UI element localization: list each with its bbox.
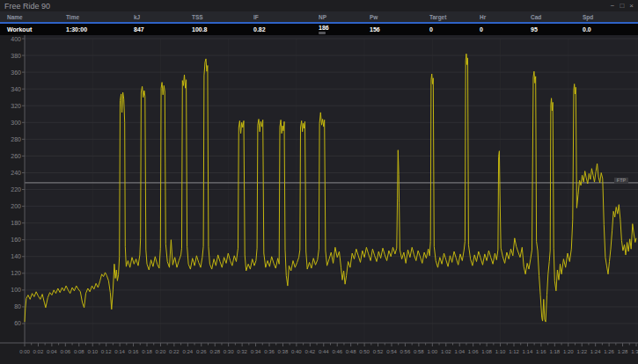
col-header-kj: kJ xyxy=(127,14,185,20)
col-header-cad: Cad xyxy=(524,14,576,20)
y-axis-label: 340 xyxy=(11,86,21,92)
x-axis-label: 0:50 xyxy=(359,349,370,354)
x-axis-label: 0:20 xyxy=(156,349,166,354)
close-icon[interactable]: × xyxy=(629,3,634,10)
x-axis-label: 0:40 xyxy=(291,349,302,354)
x-axis-label: 1:30 xyxy=(631,349,638,354)
x-axis-label: 1:18 xyxy=(549,349,560,354)
top-bars: Free Ride 90 − □ × Name Time kJ TSS IF N… xyxy=(0,0,638,35)
x-axis-label: 1:16 xyxy=(536,349,546,354)
y-axis-label: 100 xyxy=(11,287,21,293)
window-title: Free Ride 90 xyxy=(4,2,50,11)
y-axis-label: 260 xyxy=(11,153,21,159)
x-axis-label: 1:24 xyxy=(590,349,601,354)
col-header-spd: Spd xyxy=(576,14,638,20)
workout-hr: 0 xyxy=(473,26,524,33)
x-axis-label: 0:30 xyxy=(224,349,234,354)
workout-np-value: 186 xyxy=(319,25,363,31)
x-axis-label: 0:46 xyxy=(332,349,342,354)
x-axis-label: 1:00 xyxy=(427,349,437,354)
y-axis-label: 400 xyxy=(11,36,21,42)
x-axis-label: 0:26 xyxy=(196,349,207,354)
x-axis-label: 1:08 xyxy=(481,349,492,354)
y-axis-label: 280 xyxy=(11,136,21,142)
workout-if: 0.82 xyxy=(246,26,312,33)
x-axis-label: 0:02 xyxy=(33,349,44,354)
power-chart[interactable]: 4003803603403203002802602402202001801601… xyxy=(0,0,638,364)
y-axis-label: 320 xyxy=(11,103,21,109)
x-axis-label: 0:28 xyxy=(209,349,220,354)
x-axis-label: 0:38 xyxy=(278,349,289,354)
x-axis-label: 1:06 xyxy=(468,349,479,354)
x-axis-label: 0:16 xyxy=(128,349,139,354)
y-axis-label: 80 xyxy=(14,303,21,309)
y-axis-label: 60 xyxy=(14,320,21,326)
x-axis-label: 0:06 xyxy=(60,349,70,354)
y-axis-label: 300 xyxy=(11,120,21,126)
x-axis-label: 0:44 xyxy=(319,349,329,354)
col-header-hr: Hr xyxy=(473,14,524,20)
x-axis-label: 0:22 xyxy=(169,349,180,354)
col-header-pw: Pw xyxy=(363,14,422,20)
x-axis-label: 0:18 xyxy=(142,349,152,354)
workout-name: Workout xyxy=(0,26,59,33)
x-axis-label: 0:34 xyxy=(251,349,261,354)
x-axis-label: 1:12 xyxy=(509,349,519,354)
workout-tss: 100.8 xyxy=(185,26,246,33)
workout-summary-row[interactable]: Workout 1:30:00 847 100.8 0.82 186 156 0… xyxy=(0,24,638,35)
workout-cad: 95 xyxy=(524,26,576,33)
x-axis-label: 1:20 xyxy=(563,349,574,354)
ftp-label: FTP xyxy=(617,178,627,183)
x-axis-label: 0:24 xyxy=(182,349,193,354)
x-axis-label: 1:04 xyxy=(454,349,465,354)
col-header-target: Target xyxy=(422,14,473,20)
x-axis-label: 1:02 xyxy=(441,349,451,354)
workout-time: 1:30:00 xyxy=(59,26,127,33)
x-axis-label: 0:10 xyxy=(87,349,98,354)
x-axis-label: 0:58 xyxy=(414,349,424,354)
summary-header-row: Name Time kJ TSS IF NP Pw Target Hr Cad … xyxy=(0,11,638,24)
x-axis-label: 0:42 xyxy=(304,349,315,354)
x-axis-label: 1:14 xyxy=(523,349,533,354)
col-header-np: NP xyxy=(312,14,363,20)
x-axis-label: 0:32 xyxy=(237,349,247,354)
title-bar: Free Ride 90 − □ × xyxy=(0,0,638,11)
y-axis-label: 160 xyxy=(11,237,21,243)
col-header-time: Time xyxy=(59,14,127,20)
x-axis-label: 1:28 xyxy=(618,349,628,354)
y-axis-label: 200 xyxy=(11,203,21,209)
workout-pw: 156 xyxy=(363,26,422,33)
x-axis-label: 0:04 xyxy=(47,349,57,354)
y-axis-label: 380 xyxy=(11,53,21,59)
workout-kj: 847 xyxy=(127,26,185,33)
y-axis-label: 220 xyxy=(11,186,21,193)
minimize-icon[interactable]: − xyxy=(611,3,615,10)
x-axis-label: 0:56 xyxy=(400,349,411,354)
y-axis-label: 180 xyxy=(11,220,21,226)
y-axis-label: 360 xyxy=(11,69,21,76)
y-axis-label: 240 xyxy=(11,170,21,176)
col-header-name: Name xyxy=(0,14,59,20)
workout-spd: 0.0 xyxy=(576,26,638,33)
y-axis-label: 120 xyxy=(11,270,21,276)
x-axis-label: 1:26 xyxy=(604,349,614,354)
x-axis-label: 0:08 xyxy=(74,349,84,354)
x-axis-label: 1:22 xyxy=(576,349,587,354)
restore-icon[interactable]: □ xyxy=(620,3,624,10)
y-axis-label: 140 xyxy=(11,253,21,259)
x-axis-label: 0:12 xyxy=(101,349,112,354)
x-axis-label: 0:36 xyxy=(264,349,275,354)
workout-target: 0 xyxy=(422,26,473,33)
window-controls: − □ × xyxy=(611,3,634,10)
col-header-if: IF xyxy=(246,14,312,20)
plot-area[interactable] xyxy=(25,35,638,343)
x-axis-label: 0:14 xyxy=(114,349,125,354)
x-axis-label: 1:10 xyxy=(495,349,506,354)
col-header-tss: TSS xyxy=(185,14,246,20)
x-axis-label: 0:00 xyxy=(19,349,30,354)
x-axis-label: 0:52 xyxy=(373,349,384,354)
x-axis-label: 0:48 xyxy=(346,349,356,354)
workout-np: 186 xyxy=(312,25,363,34)
np-sub-mark xyxy=(319,32,326,34)
x-axis-label: 0:54 xyxy=(386,349,397,354)
